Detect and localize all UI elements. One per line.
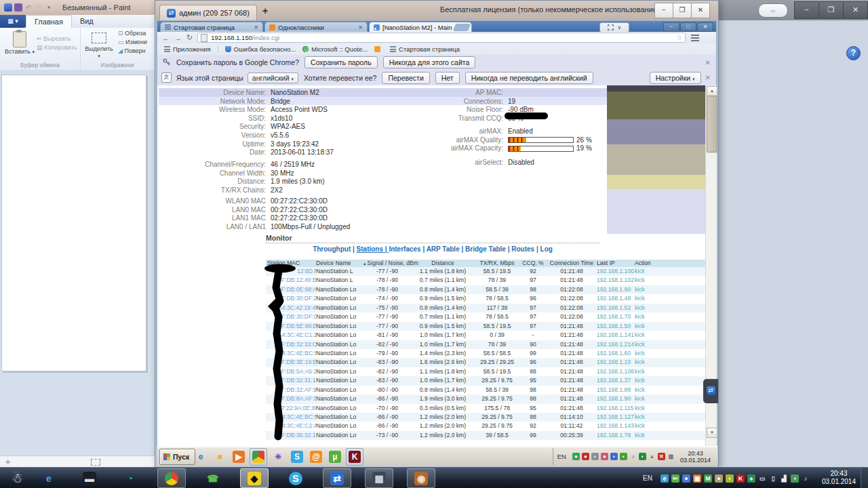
paint-file-menu-button[interactable]: ▦ ▾ bbox=[0, 15, 26, 28]
minimize-icon[interactable]: − bbox=[663, 22, 679, 32]
last-ip-link[interactable]: 192.168.1.88 bbox=[597, 386, 635, 394]
kick-link[interactable]: kick bbox=[635, 413, 658, 422]
scroll-up-icon[interactable]: ▲ bbox=[707, 86, 717, 96]
show-desktop-button[interactable] bbox=[861, 468, 868, 488]
ie-icon[interactable]: e bbox=[35, 469, 62, 487]
monitor-nav-link[interactable]: Log bbox=[540, 245, 553, 253]
last-ip-link[interactable]: 192.168.1.60 bbox=[597, 349, 635, 358]
kick-link[interactable]: kick bbox=[635, 404, 658, 413]
last-ip-link[interactable]: 192.168.1.141 bbox=[597, 331, 635, 340]
paint-titlebar[interactable]: ↶ ↷ ▾ Безымянный - Paint bbox=[0, 0, 155, 15]
tab-close-icon[interactable]: ✕ bbox=[254, 24, 258, 30]
monitor-nav-link[interactable]: Throughput bbox=[313, 245, 356, 253]
teamviewer-panel-grip[interactable]: ⇄ bbox=[703, 379, 718, 403]
station-mac-link[interactable]: 9F:DB:30:DF:23 bbox=[266, 294, 316, 303]
tray-icon[interactable]: ▪ bbox=[610, 453, 618, 460]
tray-icon[interactable]: ● bbox=[715, 474, 723, 483]
tray-icon[interactable]: ♠ bbox=[747, 474, 755, 483]
tray-icon[interactable]: ♪ bbox=[802, 474, 810, 483]
redo-icon[interactable]: ↷ bbox=[35, 3, 43, 12]
utorrent-icon[interactable]: µ bbox=[327, 449, 343, 465]
kick-link[interactable]: kick bbox=[635, 422, 658, 430]
tray-icon[interactable]: M bbox=[704, 474, 712, 483]
station-mac-link[interactable]: A4:3C:4E:C2:4A bbox=[266, 422, 316, 430]
new-tab-button[interactable] bbox=[453, 24, 471, 31]
kick-link[interactable]: kick bbox=[635, 276, 658, 285]
last-ip-link[interactable]: 192.168.1.102 bbox=[597, 276, 635, 285]
station-mac-link[interactable]: A4:3C:42:19:4D bbox=[266, 304, 316, 312]
kick-link[interactable]: kick bbox=[635, 312, 658, 321]
teamviewer-new-session-button[interactable]: + bbox=[262, 5, 268, 16]
resize-button[interactable]: ▭ Измени bbox=[118, 39, 147, 45]
restore-icon[interactable]: ❐ bbox=[818, 1, 844, 19]
clock-app-icon[interactable]: ◔ bbox=[117, 469, 144, 487]
last-ip-link[interactable]: 192.168.1.90 bbox=[597, 285, 635, 294]
last-ip-link[interactable]: 192.168.1.127 bbox=[597, 413, 635, 422]
tray-icon[interactable]: ▥ bbox=[667, 453, 675, 460]
minimize-icon[interactable]: − bbox=[794, 1, 819, 19]
tray-icon[interactable]: ▪ bbox=[591, 453, 599, 460]
kick-link[interactable]: kick bbox=[635, 376, 658, 385]
tab-home[interactable]: Главная bbox=[26, 15, 72, 28]
select-button[interactable]: Выделить ▾ bbox=[84, 30, 114, 62]
kick-link[interactable]: kick bbox=[635, 367, 658, 376]
batman-icon[interactable]: ◆ bbox=[240, 468, 269, 488]
maximize-icon[interactable]: □ bbox=[680, 22, 696, 32]
undo-icon[interactable]: ↶ bbox=[24, 3, 33, 12]
chevron-down-icon[interactable]: ▾ bbox=[45, 3, 53, 12]
paint-icon[interactable]: ◉ bbox=[407, 468, 435, 488]
bookmark-item[interactable]: Стартовая страница bbox=[390, 45, 460, 53]
kick-link[interactable]: kick bbox=[635, 394, 658, 403]
station-mac-link[interactable]: 9F:DB:3E:19:EA bbox=[266, 358, 316, 367]
kick-link[interactable]: kick bbox=[635, 386, 658, 394]
station-mac-link[interactable]: 9F:DB:8A:AF:DC bbox=[266, 394, 316, 403]
monitor-nav-link[interactable]: ARP Table bbox=[427, 245, 465, 253]
phone-icon[interactable]: ☎ bbox=[199, 469, 226, 487]
teamviewer-icon[interactable]: ⇄ bbox=[323, 468, 351, 488]
mail-agent-icon[interactable]: @ bbox=[308, 449, 324, 465]
last-ip-link[interactable]: 192.168.1.143 bbox=[597, 422, 635, 430]
tray-icon[interactable]: ● bbox=[601, 453, 608, 460]
minimize-icon[interactable]: − bbox=[654, 3, 673, 18]
last-ip-link[interactable]: 192.168.1.106 bbox=[597, 367, 635, 376]
close-icon[interactable]: ✕ bbox=[705, 74, 711, 81]
last-ip-link[interactable]: 192.168.1.50 bbox=[597, 322, 635, 331]
station-mac-link[interactable]: 9F:DB:32:AF:98 bbox=[266, 386, 316, 394]
close-icon[interactable]: ✕ bbox=[705, 59, 711, 66]
station-mac-link[interactable]: 9F:DB:32:33:C7 bbox=[266, 340, 316, 349]
skype-icon[interactable]: S bbox=[282, 469, 309, 487]
translate-settings-button[interactable]: Настройки ▾ bbox=[650, 72, 701, 84]
kick-link[interactable]: kick bbox=[635, 349, 658, 358]
app-icon[interactable]: ✳ bbox=[270, 449, 286, 465]
address-bar[interactable]: 192.168.1.150/index.cgi ☆ bbox=[197, 33, 686, 43]
language-indicator[interactable]: EN bbox=[643, 474, 652, 482]
kick-link[interactable]: kick bbox=[635, 322, 658, 331]
station-mac-link[interactable]: 9F:DB:30:DF:C1 bbox=[266, 312, 316, 321]
kick-link[interactable]: kick bbox=[635, 304, 658, 312]
station-mac-link[interactable]: 9F:DB:32:31:18 bbox=[266, 376, 316, 385]
tray-icon[interactable]: ▭ bbox=[758, 474, 766, 483]
sort-icon[interactable]: ▴ bbox=[363, 261, 366, 266]
last-ip-link[interactable]: 192.168.1.214 bbox=[597, 340, 635, 349]
teamviewer-session-toolbar[interactable]: ∨ bbox=[599, 22, 629, 33]
monitor-nav-link[interactable]: Stations bbox=[357, 245, 389, 253]
station-mac-link[interactable]: A4:3C:4E:BC:58 bbox=[266, 349, 316, 358]
scroll-down-icon[interactable]: ▼ bbox=[707, 428, 717, 438]
paint-canvas[interactable] bbox=[1, 75, 146, 371]
calculator-icon[interactable]: ▦ bbox=[365, 468, 393, 488]
last-ip-link[interactable]: 192.168.1.115 bbox=[597, 404, 635, 413]
rotate-button[interactable]: ◢ Поверн bbox=[118, 47, 147, 54]
station-mac-link[interactable]: 9F:DB:0E:98:A8 bbox=[266, 285, 316, 294]
start-button[interactable]: Пуск bbox=[159, 449, 195, 465]
media-player-icon[interactable]: ▶ bbox=[231, 449, 247, 465]
tray-icon[interactable]: ● bbox=[582, 453, 589, 460]
paste-button[interactable]: Вставить ▾ bbox=[4, 30, 35, 62]
scrollbar-thumb[interactable] bbox=[707, 96, 717, 152]
station-mac-link[interactable]: A4:3C:4E:C1:12 bbox=[266, 331, 316, 340]
tray-icon[interactable]: ▪ bbox=[620, 453, 627, 460]
language-indicator[interactable]: EN bbox=[557, 453, 566, 460]
restore-icon[interactable]: ❐ bbox=[673, 3, 692, 18]
copy-button[interactable]: ▤ Копировать bbox=[37, 44, 77, 51]
last-ip-link[interactable]: 192.168.1.37 bbox=[597, 376, 635, 385]
skype-icon[interactable]: S bbox=[289, 449, 305, 465]
